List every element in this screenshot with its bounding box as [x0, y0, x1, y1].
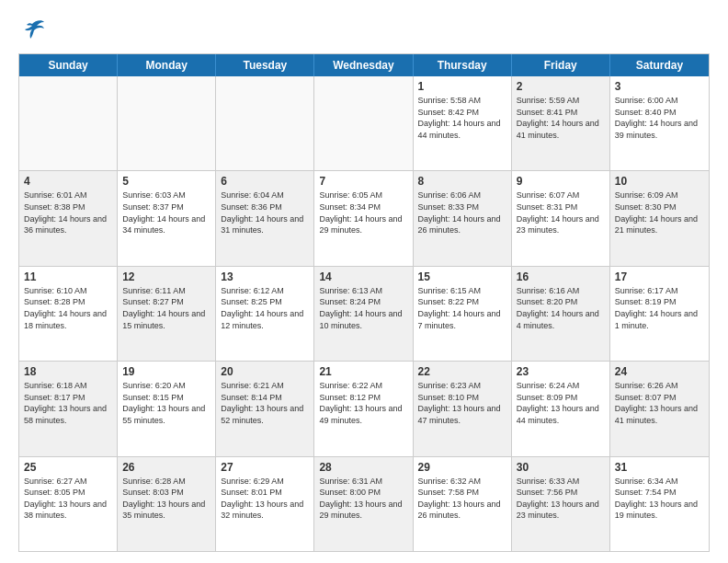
- cell-info: Sunrise: 6:01 AM Sunset: 8:38 PM Dayligh…: [24, 190, 112, 236]
- cell-info: Sunrise: 6:27 AM Sunset: 8:05 PM Dayligh…: [24, 476, 112, 522]
- logo-icon: [18, 17, 46, 44]
- calendar-header: SundayMondayTuesdayWednesdayThursdayFrid…: [19, 54, 709, 76]
- cell-info: Sunrise: 6:34 AM Sunset: 7:54 PM Dayligh…: [615, 476, 704, 522]
- day-number: 15: [418, 270, 506, 283]
- calendar-row-3: 18Sunrise: 6:18 AM Sunset: 8:17 PM Dayli…: [19, 361, 709, 455]
- calendar-cell-8: 8Sunrise: 6:06 AM Sunset: 8:33 PM Daylig…: [414, 171, 512, 265]
- calendar-cell-16: 16Sunrise: 6:16 AM Sunset: 8:20 PM Dayli…: [512, 267, 610, 361]
- cell-info: Sunrise: 6:07 AM Sunset: 8:31 PM Dayligh…: [517, 190, 605, 236]
- cell-info: Sunrise: 6:12 AM Sunset: 8:25 PM Dayligh…: [221, 285, 309, 331]
- calendar-cell-empty-1: [118, 76, 216, 170]
- calendar-cell-empty-3: [314, 76, 413, 170]
- day-number: 26: [122, 461, 210, 474]
- calendar-cell-12: 12Sunrise: 6:11 AM Sunset: 8:27 PM Dayli…: [118, 267, 216, 361]
- day-number: 8: [418, 175, 506, 188]
- day-number: 31: [615, 461, 704, 474]
- calendar-row-0: 1Sunrise: 5:58 AM Sunset: 8:42 PM Daylig…: [19, 76, 709, 170]
- calendar-cell-3: 3Sunrise: 6:00 AM Sunset: 8:40 PM Daylig…: [610, 76, 709, 170]
- day-number: 17: [615, 270, 704, 283]
- cell-info: Sunrise: 6:13 AM Sunset: 8:24 PM Dayligh…: [319, 285, 407, 331]
- calendar-cell-17: 17Sunrise: 6:17 AM Sunset: 8:19 PM Dayli…: [610, 267, 709, 361]
- day-number: 13: [221, 270, 309, 283]
- cell-info: Sunrise: 6:32 AM Sunset: 7:58 PM Dayligh…: [418, 476, 506, 522]
- calendar-row-1: 4Sunrise: 6:01 AM Sunset: 8:38 PM Daylig…: [19, 170, 709, 265]
- day-number: 3: [615, 80, 704, 93]
- cell-info: Sunrise: 6:15 AM Sunset: 8:22 PM Dayligh…: [418, 285, 506, 331]
- day-number: 19: [122, 365, 210, 378]
- cell-info: Sunrise: 6:31 AM Sunset: 8:00 PM Dayligh…: [319, 476, 407, 522]
- day-number: 22: [418, 365, 506, 378]
- cell-info: Sunrise: 6:06 AM Sunset: 8:33 PM Dayligh…: [418, 190, 506, 236]
- day-number: 24: [615, 365, 704, 378]
- cell-info: Sunrise: 6:03 AM Sunset: 8:37 PM Dayligh…: [122, 190, 210, 236]
- header-day-wednesday: Wednesday: [314, 54, 413, 76]
- calendar-cell-27: 27Sunrise: 6:29 AM Sunset: 8:01 PM Dayli…: [216, 457, 314, 551]
- day-number: 30: [517, 461, 605, 474]
- day-number: 10: [615, 175, 704, 188]
- day-number: 27: [221, 461, 309, 474]
- calendar-cell-31: 31Sunrise: 6:34 AM Sunset: 7:54 PM Dayli…: [610, 457, 709, 551]
- calendar-cell-1: 1Sunrise: 5:58 AM Sunset: 8:42 PM Daylig…: [414, 76, 512, 170]
- cell-info: Sunrise: 6:05 AM Sunset: 8:34 PM Dayligh…: [319, 190, 407, 236]
- calendar-cell-2: 2Sunrise: 5:59 AM Sunset: 8:41 PM Daylig…: [512, 76, 610, 170]
- calendar-row-2: 11Sunrise: 6:10 AM Sunset: 8:28 PM Dayli…: [19, 266, 709, 361]
- day-number: 6: [221, 175, 309, 188]
- cell-info: Sunrise: 6:23 AM Sunset: 8:10 PM Dayligh…: [418, 380, 506, 426]
- cell-info: Sunrise: 6:21 AM Sunset: 8:14 PM Dayligh…: [221, 380, 309, 426]
- header-day-monday: Monday: [118, 54, 216, 76]
- day-number: 12: [122, 270, 210, 283]
- calendar-cell-7: 7Sunrise: 6:05 AM Sunset: 8:34 PM Daylig…: [314, 171, 413, 265]
- cell-info: Sunrise: 6:26 AM Sunset: 8:07 PM Dayligh…: [615, 380, 704, 426]
- calendar-row-4: 25Sunrise: 6:27 AM Sunset: 8:05 PM Dayli…: [19, 456, 709, 551]
- day-number: 11: [24, 270, 112, 283]
- cell-info: Sunrise: 6:29 AM Sunset: 8:01 PM Dayligh…: [221, 476, 309, 522]
- cell-info: Sunrise: 6:20 AM Sunset: 8:15 PM Dayligh…: [122, 380, 210, 426]
- calendar-cell-empty-0: [19, 76, 118, 170]
- calendar-cell-21: 21Sunrise: 6:22 AM Sunset: 8:12 PM Dayli…: [314, 362, 413, 455]
- day-number: 25: [24, 461, 112, 474]
- cell-info: Sunrise: 6:09 AM Sunset: 8:30 PM Dayligh…: [615, 190, 704, 236]
- day-number: 7: [319, 175, 407, 188]
- day-number: 21: [319, 365, 407, 378]
- calendar-cell-14: 14Sunrise: 6:13 AM Sunset: 8:24 PM Dayli…: [314, 267, 413, 361]
- calendar-cell-28: 28Sunrise: 6:31 AM Sunset: 8:00 PM Dayli…: [314, 457, 413, 551]
- calendar-cell-25: 25Sunrise: 6:27 AM Sunset: 8:05 PM Dayli…: [19, 457, 118, 551]
- cell-info: Sunrise: 5:58 AM Sunset: 8:42 PM Dayligh…: [418, 95, 506, 141]
- cell-info: Sunrise: 6:24 AM Sunset: 8:09 PM Dayligh…: [517, 380, 605, 426]
- calendar-cell-26: 26Sunrise: 6:28 AM Sunset: 8:03 PM Dayli…: [118, 457, 216, 551]
- calendar-cell-18: 18Sunrise: 6:18 AM Sunset: 8:17 PM Dayli…: [19, 362, 118, 455]
- day-number: 14: [319, 270, 407, 283]
- calendar-cell-10: 10Sunrise: 6:09 AM Sunset: 8:30 PM Dayli…: [610, 171, 709, 265]
- day-number: 23: [517, 365, 605, 378]
- cell-info: Sunrise: 6:17 AM Sunset: 8:19 PM Dayligh…: [615, 285, 704, 331]
- calendar-cell-9: 9Sunrise: 6:07 AM Sunset: 8:31 PM Daylig…: [512, 171, 610, 265]
- day-number: 29: [418, 461, 506, 474]
- header-day-friday: Friday: [512, 54, 610, 76]
- calendar-cell-5: 5Sunrise: 6:03 AM Sunset: 8:37 PM Daylig…: [118, 171, 216, 265]
- cell-info: Sunrise: 6:16 AM Sunset: 8:20 PM Dayligh…: [517, 285, 605, 331]
- header-day-sunday: Sunday: [19, 54, 118, 76]
- page: SundayMondayTuesdayWednesdayThursdayFrid…: [0, 0, 728, 563]
- calendar-cell-6: 6Sunrise: 6:04 AM Sunset: 8:36 PM Daylig…: [216, 171, 314, 265]
- cell-info: Sunrise: 6:18 AM Sunset: 8:17 PM Dayligh…: [24, 380, 112, 426]
- calendar-cell-empty-2: [216, 76, 314, 170]
- calendar-cell-30: 30Sunrise: 6:33 AM Sunset: 7:56 PM Dayli…: [512, 457, 610, 551]
- day-number: 2: [517, 80, 605, 93]
- calendar-cell-15: 15Sunrise: 6:15 AM Sunset: 8:22 PM Dayli…: [414, 267, 512, 361]
- cell-info: Sunrise: 6:28 AM Sunset: 8:03 PM Dayligh…: [122, 476, 210, 522]
- calendar-cell-22: 22Sunrise: 6:23 AM Sunset: 8:10 PM Dayli…: [414, 362, 512, 455]
- cell-info: Sunrise: 6:04 AM Sunset: 8:36 PM Dayligh…: [221, 190, 309, 236]
- cell-info: Sunrise: 6:22 AM Sunset: 8:12 PM Dayligh…: [319, 380, 407, 426]
- day-number: 28: [319, 461, 407, 474]
- calendar-cell-19: 19Sunrise: 6:20 AM Sunset: 8:15 PM Dayli…: [118, 362, 216, 455]
- calendar-cell-4: 4Sunrise: 6:01 AM Sunset: 8:38 PM Daylig…: [19, 171, 118, 265]
- day-number: 9: [517, 175, 605, 188]
- logo: [18, 17, 50, 44]
- cell-info: Sunrise: 6:11 AM Sunset: 8:27 PM Dayligh…: [122, 285, 210, 331]
- calendar-cell-29: 29Sunrise: 6:32 AM Sunset: 7:58 PM Dayli…: [414, 457, 512, 551]
- calendar-cell-24: 24Sunrise: 6:26 AM Sunset: 8:07 PM Dayli…: [610, 362, 709, 455]
- calendar-body: 1Sunrise: 5:58 AM Sunset: 8:42 PM Daylig…: [19, 76, 709, 551]
- header-day-tuesday: Tuesday: [216, 54, 314, 76]
- calendar-cell-23: 23Sunrise: 6:24 AM Sunset: 8:09 PM Dayli…: [512, 362, 610, 455]
- day-number: 20: [221, 365, 309, 378]
